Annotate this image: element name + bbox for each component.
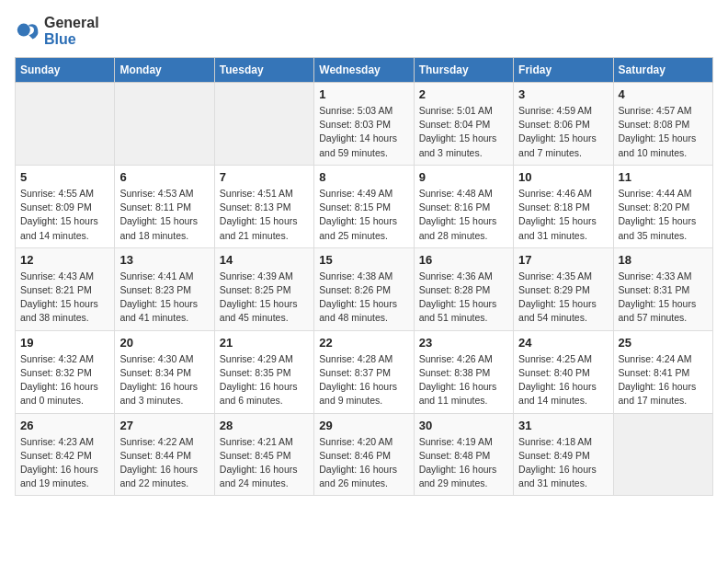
day-number: 7 [220, 170, 309, 184]
day-info: Sunrise: 4:41 AM Sunset: 8:23 PM Dayligh… [119, 270, 209, 326]
calendar-cell [115, 83, 214, 166]
calendar-week-row: 26Sunrise: 4:23 AM Sunset: 8:42 PM Dayli… [16, 413, 713, 496]
day-info: Sunrise: 4:21 AM Sunset: 8:45 PM Dayligh… [220, 435, 309, 491]
calendar-cell [16, 83, 115, 166]
day-info: Sunrise: 4:24 AM Sunset: 8:41 PM Dayligh… [619, 352, 708, 408]
day-info: Sunrise: 4:33 AM Sunset: 8:31 PM Dayligh… [619, 270, 708, 326]
calendar-cell: 26Sunrise: 4:23 AM Sunset: 8:42 PM Dayli… [16, 413, 115, 496]
calendar-cell: 15Sunrise: 4:38 AM Sunset: 8:26 PM Dayli… [314, 247, 414, 330]
day-info: Sunrise: 4:29 AM Sunset: 8:35 PM Dayligh… [220, 352, 309, 408]
calendar-cell: 4Sunrise: 4:57 AM Sunset: 8:08 PM Daylig… [613, 83, 712, 166]
calendar-cell: 25Sunrise: 4:24 AM Sunset: 8:41 PM Dayli… [613, 330, 712, 413]
day-number: 14 [220, 253, 309, 267]
calendar-week-row: 5Sunrise: 4:55 AM Sunset: 8:09 PM Daylig… [16, 165, 713, 247]
calendar-cell: 22Sunrise: 4:28 AM Sunset: 8:37 PM Dayli… [314, 330, 414, 413]
day-info: Sunrise: 4:25 AM Sunset: 8:40 PM Dayligh… [518, 352, 608, 408]
page-header: General Blue [15, 15, 713, 48]
day-number: 22 [319, 336, 408, 350]
day-number: 28 [220, 419, 309, 432]
day-number: 9 [419, 170, 508, 184]
day-number: 21 [220, 336, 309, 350]
calendar-cell: 2Sunrise: 5:01 AM Sunset: 8:04 PM Daylig… [414, 83, 513, 166]
logo: General Blue [15, 15, 99, 48]
calendar-cell: 9Sunrise: 4:48 AM Sunset: 8:16 PM Daylig… [414, 165, 513, 247]
day-info: Sunrise: 4:18 AM Sunset: 8:49 PM Dayligh… [518, 435, 608, 491]
day-info: Sunrise: 4:55 AM Sunset: 8:09 PM Dayligh… [20, 187, 109, 243]
day-number: 23 [419, 336, 508, 350]
day-number: 27 [119, 419, 209, 432]
day-number: 12 [20, 253, 109, 267]
calendar-week-row: 1Sunrise: 5:03 AM Sunset: 8:03 PM Daylig… [16, 83, 713, 166]
weekday-header-tuesday: Tuesday [214, 58, 313, 83]
day-number: 31 [518, 419, 608, 432]
logo-icon [15, 18, 40, 44]
calendar-cell: 7Sunrise: 4:51 AM Sunset: 8:13 PM Daylig… [214, 165, 313, 247]
calendar-cell: 16Sunrise: 4:36 AM Sunset: 8:28 PM Dayli… [414, 247, 513, 330]
day-info: Sunrise: 4:38 AM Sunset: 8:26 PM Dayligh… [319, 270, 408, 326]
day-info: Sunrise: 4:35 AM Sunset: 8:29 PM Dayligh… [518, 270, 608, 326]
day-info: Sunrise: 4:59 AM Sunset: 8:06 PM Dayligh… [518, 104, 608, 160]
svg-point-0 [17, 24, 30, 37]
calendar-cell: 1Sunrise: 5:03 AM Sunset: 8:03 PM Daylig… [314, 83, 414, 166]
day-info: Sunrise: 4:26 AM Sunset: 8:38 PM Dayligh… [419, 352, 508, 408]
calendar-cell: 27Sunrise: 4:22 AM Sunset: 8:44 PM Dayli… [115, 413, 214, 496]
day-number: 25 [619, 336, 708, 350]
calendar-cell: 8Sunrise: 4:49 AM Sunset: 8:15 PM Daylig… [314, 165, 414, 247]
logo-blue-text: Blue [44, 31, 76, 47]
day-info: Sunrise: 4:22 AM Sunset: 8:44 PM Dayligh… [119, 435, 209, 491]
day-info: Sunrise: 4:28 AM Sunset: 8:37 PM Dayligh… [319, 352, 408, 408]
day-number: 10 [518, 170, 608, 184]
calendar-cell: 3Sunrise: 4:59 AM Sunset: 8:06 PM Daylig… [514, 83, 613, 166]
day-number: 11 [619, 170, 708, 184]
calendar-table: SundayMondayTuesdayWednesdayThursdayFrid… [15, 57, 713, 496]
day-info: Sunrise: 4:23 AM Sunset: 8:42 PM Dayligh… [20, 435, 109, 491]
day-number: 18 [619, 253, 708, 267]
weekday-header-wednesday: Wednesday [314, 58, 414, 83]
calendar-cell: 28Sunrise: 4:21 AM Sunset: 8:45 PM Dayli… [214, 413, 313, 496]
day-number: 26 [20, 419, 109, 432]
weekday-header-friday: Friday [514, 58, 613, 83]
day-info: Sunrise: 4:43 AM Sunset: 8:21 PM Dayligh… [20, 270, 109, 326]
day-info: Sunrise: 4:20 AM Sunset: 8:46 PM Dayligh… [319, 435, 408, 491]
day-number: 15 [319, 253, 408, 267]
weekday-header-sunday: Sunday [16, 58, 115, 83]
day-info: Sunrise: 4:53 AM Sunset: 8:11 PM Dayligh… [119, 187, 209, 243]
calendar-cell: 6Sunrise: 4:53 AM Sunset: 8:11 PM Daylig… [115, 165, 214, 247]
calendar-cell: 21Sunrise: 4:29 AM Sunset: 8:35 PM Dayli… [214, 330, 313, 413]
weekday-header-row: SundayMondayTuesdayWednesdayThursdayFrid… [16, 58, 713, 83]
calendar-cell: 10Sunrise: 4:46 AM Sunset: 8:18 PM Dayli… [514, 165, 613, 247]
calendar-week-row: 12Sunrise: 4:43 AM Sunset: 8:21 PM Dayli… [16, 247, 713, 330]
calendar-cell: 14Sunrise: 4:39 AM Sunset: 8:25 PM Dayli… [214, 247, 313, 330]
calendar-cell: 31Sunrise: 4:18 AM Sunset: 8:49 PM Dayli… [514, 413, 613, 496]
day-info: Sunrise: 4:36 AM Sunset: 8:28 PM Dayligh… [419, 270, 508, 326]
logo-general-text: General [44, 15, 99, 30]
day-info: Sunrise: 5:03 AM Sunset: 8:03 PM Dayligh… [319, 104, 408, 160]
day-info: Sunrise: 4:48 AM Sunset: 8:16 PM Dayligh… [419, 187, 508, 243]
day-number: 13 [119, 253, 209, 267]
calendar-cell: 13Sunrise: 4:41 AM Sunset: 8:23 PM Dayli… [115, 247, 214, 330]
day-number: 19 [20, 336, 109, 350]
day-info: Sunrise: 4:19 AM Sunset: 8:48 PM Dayligh… [419, 435, 508, 491]
calendar-week-row: 19Sunrise: 4:32 AM Sunset: 8:32 PM Dayli… [16, 330, 713, 413]
calendar-cell [613, 413, 712, 496]
calendar-cell: 17Sunrise: 4:35 AM Sunset: 8:29 PM Dayli… [514, 247, 613, 330]
day-info: Sunrise: 4:44 AM Sunset: 8:20 PM Dayligh… [619, 187, 708, 243]
day-info: Sunrise: 4:49 AM Sunset: 8:15 PM Dayligh… [319, 187, 408, 243]
day-info: Sunrise: 4:46 AM Sunset: 8:18 PM Dayligh… [518, 187, 608, 243]
calendar-cell: 23Sunrise: 4:26 AM Sunset: 8:38 PM Dayli… [414, 330, 513, 413]
day-number: 1 [319, 87, 408, 101]
calendar-cell: 20Sunrise: 4:30 AM Sunset: 8:34 PM Dayli… [115, 330, 214, 413]
calendar-cell: 5Sunrise: 4:55 AM Sunset: 8:09 PM Daylig… [16, 165, 115, 247]
day-info: Sunrise: 4:39 AM Sunset: 8:25 PM Dayligh… [220, 270, 309, 326]
day-number: 4 [619, 87, 708, 101]
calendar-cell: 29Sunrise: 4:20 AM Sunset: 8:46 PM Dayli… [314, 413, 414, 496]
weekday-header-saturday: Saturday [613, 58, 712, 83]
day-number: 6 [119, 170, 209, 184]
calendar-cell: 18Sunrise: 4:33 AM Sunset: 8:31 PM Dayli… [613, 247, 712, 330]
day-info: Sunrise: 4:57 AM Sunset: 8:08 PM Dayligh… [619, 104, 708, 160]
day-number: 5 [20, 170, 109, 184]
calendar-cell: 19Sunrise: 4:32 AM Sunset: 8:32 PM Dayli… [16, 330, 115, 413]
day-number: 24 [518, 336, 608, 350]
calendar-cell: 24Sunrise: 4:25 AM Sunset: 8:40 PM Dayli… [514, 330, 613, 413]
day-number: 8 [319, 170, 408, 184]
